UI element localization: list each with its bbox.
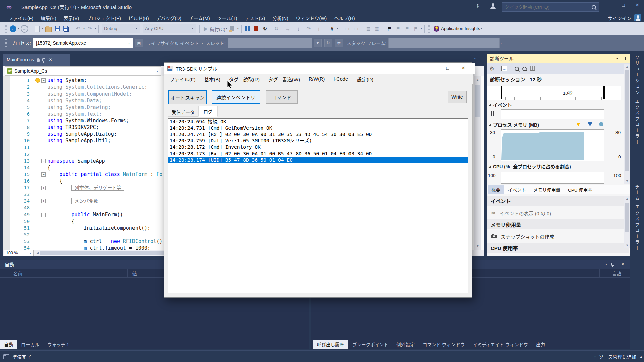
menu-item-edit[interactable]: 編集(E) — [37, 13, 60, 22]
tab-team-explorer[interactable]: チーム エクスプローラー — [633, 184, 640, 251]
dialog-maximize-button[interactable]: □ — [440, 63, 455, 73]
scrollbar-thumb[interactable] — [475, 85, 480, 117]
dialog-close-button[interactable]: ✕ — [456, 63, 471, 73]
attach-process-icon[interactable] — [228, 25, 236, 33]
write-button[interactable]: Write — [448, 91, 467, 103]
navigate-back-icon[interactable]: ← — [9, 25, 17, 33]
lifecycle-events-icon[interactable]: ▣ — [135, 39, 143, 47]
bookmark-overflow-icon[interactable]: ▾ — [421, 27, 422, 30]
log-line[interactable]: 14:20:24.759 [Dat] Ver:1.05 3MLT00 (TR3X… — [168, 138, 468, 144]
menu-item-test[interactable]: テスト(S) — [241, 13, 269, 22]
column-language[interactable]: 言語 — [612, 270, 621, 277]
hex-display-icon[interactable]: # — [328, 25, 336, 33]
log-listbox[interactable]: 14:20:24.694 接続 OK 14:20:24.731 [Cmd] Ge… — [168, 118, 468, 293]
close-button[interactable]: ✕ — [631, 0, 644, 10]
prev-bookmark-icon[interactable]: ⚑ — [394, 25, 402, 33]
continue-button[interactable]: 続行(C) — [210, 25, 225, 32]
column-value[interactable]: 値 — [132, 270, 137, 277]
debugbar-overflow-icon[interactable]: ▾ — [500, 42, 502, 45]
charts-scrollbar[interactable]: ▲ ▼ — [624, 64, 630, 184]
add-to-source-control-button[interactable]: ソース管理に追加 — [599, 353, 636, 360]
tab-events[interactable]: イベント — [504, 185, 529, 194]
gear-icon[interactable]: ⚙ — [489, 65, 494, 72]
solution-platform-combo[interactable]: Any CPU▾ — [143, 24, 196, 33]
memory-section-header[interactable]: ◢プロセス メモリ (MB) — [489, 121, 539, 128]
document-tab-mainform[interactable]: MainForm.cs ✕ — [3, 54, 70, 66]
bookmark-icon[interactable]: ⚑ — [385, 25, 393, 33]
tab-autos[interactable]: 自動 — [0, 340, 17, 349]
stop-debugging-icon[interactable] — [252, 25, 260, 33]
tab-solution-explorer[interactable]: ソリューション エクスプローラー — [633, 55, 640, 145]
menu-item-file[interactable]: ファイル(F) — [5, 13, 37, 22]
editor-vertical-scrollbar[interactable]: ▲ ▼ — [474, 76, 481, 250]
toolbar-grip[interactable] — [5, 25, 7, 33]
output-window-icon[interactable]: ▭ — [352, 25, 360, 33]
show-events-link[interactable]: ∞ イベントの表示 (0 の 0) — [487, 207, 630, 219]
filter-icon[interactable]: ▼ — [314, 39, 322, 47]
autoscan-button[interactable]: オートスキャン — [168, 90, 207, 104]
column-name[interactable]: 名前 — [0, 270, 22, 277]
breakpoints-window-icon[interactable]: ▭ — [343, 25, 351, 33]
command-button[interactable]: コマンド — [266, 90, 298, 104]
flag-threads-icon[interactable]: ⚐ — [324, 39, 332, 47]
take-snapshot-link[interactable]: スナップショットの作成 — [487, 231, 630, 242]
tab-breakpoints[interactable]: ブレークポイント — [348, 340, 392, 349]
tab-log[interactable]: ログ — [198, 106, 218, 117]
fold-expand-icon[interactable]: + — [41, 199, 46, 203]
log-line[interactable]: 14:20:24.694 接続 OK — [168, 119, 468, 125]
scroll-left-icon[interactable]: ◀ — [36, 251, 39, 255]
scroll-up-icon[interactable]: ▲ — [474, 78, 481, 82]
menu-item-view[interactable]: 表示(V) — [60, 13, 83, 22]
tab-close-icon[interactable]: ✕ — [49, 57, 52, 62]
export-icon[interactable]: → — [501, 66, 507, 71]
menu-item-build[interactable]: ビルド(B) — [125, 13, 153, 22]
scroll-down-icon[interactable]: ▼ — [624, 244, 630, 247]
dialog-menu-icode[interactable]: I-Code — [329, 76, 353, 82]
quick-launch-input[interactable] — [502, 5, 592, 10]
dialog-menu-settings[interactable]: 設定(D) — [353, 76, 378, 83]
fold-expand-icon[interactable]: + — [41, 186, 46, 190]
log-line[interactable]: 14:20:28.172 [Cmd] Inventory OK — [168, 144, 468, 150]
undo-dropdown-icon[interactable]: ▾ — [83, 27, 85, 30]
tab-exception-settings[interactable]: 例外設定 — [392, 340, 419, 349]
zoom-combo[interactable]: 100 %▾ — [4, 250, 34, 256]
zoom-in-icon[interactable] — [515, 67, 519, 71]
indent-decrease-icon[interactable]: ≣ — [364, 25, 372, 33]
quick-launch-box[interactable] — [502, 2, 599, 12]
dialog-menu-tag-write[interactable]: タグ - 書込(W) — [264, 76, 304, 83]
menu-item-help[interactable]: ヘルプ(H) — [330, 13, 358, 22]
scrollbar-thumb[interactable] — [625, 203, 629, 232]
collapsed-region[interactable]: メンバ変数 — [71, 198, 101, 204]
fold-collapse-icon[interactable]: − — [41, 172, 46, 177]
stack-frame-combo[interactable] — [388, 38, 500, 48]
toolbar-grip[interactable] — [5, 39, 7, 47]
thread-combo[interactable] — [228, 38, 312, 48]
save-icon[interactable] — [53, 25, 61, 33]
log-line-selected[interactable]: 14:20:28.174 [UID] B5 47 8D 36 50 01 04 … — [168, 157, 468, 163]
source-control-expand-icon[interactable]: ▲ — [640, 355, 643, 358]
tab-call-stack[interactable]: 呼び出し履歴 — [313, 340, 348, 349]
process-combo[interactable]: [15372] SampleApp.exe▾ — [33, 38, 133, 48]
redo-icon[interactable]: ↷ — [86, 25, 94, 33]
back-dropdown-icon[interactable]: ▾ — [18, 27, 19, 30]
tab-locals[interactable]: ローカル — [17, 340, 43, 349]
redo-dropdown-icon[interactable]: ▾ — [95, 27, 96, 30]
events-section-header[interactable]: ◢イベント — [489, 101, 512, 108]
panel-pin-icon[interactable] — [623, 57, 626, 60]
continue-dropdown-icon[interactable]: ▾ — [226, 27, 227, 30]
open-file-icon[interactable] — [44, 25, 52, 33]
diagnostics-header[interactable]: 診断ツール ▾ ✕ — [487, 54, 630, 63]
tab-watch1[interactable]: ウォッチ 1 — [43, 340, 73, 349]
tab-cpu-usage[interactable]: CPU 使用率 — [565, 185, 596, 194]
feedback-flag-icon[interactable]: ⚐ — [476, 3, 481, 9]
indent-increase-icon[interactable]: ≣ — [373, 25, 381, 33]
tab-immediate-window[interactable]: イミディエイト ウィンドウ — [469, 340, 532, 349]
new-file-icon[interactable] — [33, 25, 41, 33]
next-bookmark-icon[interactable]: ⚑ — [403, 25, 411, 33]
fold-collapse-icon[interactable]: − — [41, 213, 46, 217]
panel-dropdown-icon[interactable]: ▾ — [616, 57, 618, 60]
panel-pin-icon[interactable] — [611, 263, 614, 266]
tab-output[interactable]: 出力 — [532, 340, 549, 349]
dialog-menu-rw[interactable]: R/W(R) — [304, 76, 329, 82]
menu-item-analyze[interactable]: 分析(N) — [269, 13, 292, 22]
